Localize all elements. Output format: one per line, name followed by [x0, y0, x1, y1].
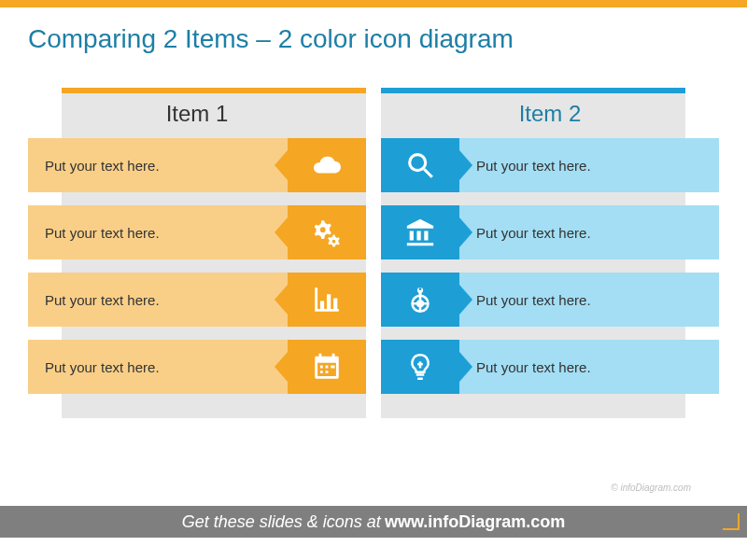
column-header: Item 1: [28, 88, 366, 138]
slide-title: Comparing 2 Items – 2 color icon diagram: [0, 7, 747, 54]
target-pin-icon: [381, 273, 459, 327]
row-list: Put your text here. Put your text here. …: [28, 138, 366, 394]
magnifier-icon: [381, 138, 459, 192]
list-item: Put your text here.: [381, 340, 719, 394]
row-text: Put your text here.: [28, 273, 288, 327]
column-header: Item 2: [381, 88, 719, 138]
list-item: Put your text here.: [28, 273, 366, 327]
svg-point-7: [419, 287, 422, 290]
gears-icon: [288, 205, 366, 259]
list-item: Put your text here.: [381, 205, 719, 259]
row-text: Put your text here.: [28, 205, 288, 259]
corner-bracket-icon: [723, 513, 740, 530]
row-text: Put your text here.: [28, 138, 288, 192]
lightbulb-icon: [381, 340, 459, 394]
calendar-icon: [288, 340, 366, 394]
svg-point-0: [410, 155, 426, 171]
watermark-text: © infoDiagram.com: [611, 483, 691, 493]
row-text: Put your text here.: [459, 138, 719, 192]
row-text: Put your text here.: [28, 340, 288, 394]
list-item: Put your text here.: [381, 273, 719, 327]
top-accent-bar: [0, 0, 747, 7]
column-item-2: Item 2 Put your text here. Put your text…: [381, 88, 719, 394]
row-text: Put your text here.: [459, 205, 719, 259]
column-item-1: Item 1 Put your text here. Put your text…: [28, 88, 366, 394]
list-item: Put your text here.: [28, 340, 366, 394]
footer-text: Get these slides & icons at: [182, 512, 381, 532]
svg-line-1: [424, 169, 432, 177]
comparison-content: Item 1 Put your text here. Put your text…: [0, 54, 747, 394]
row-text: Put your text here.: [459, 273, 719, 327]
footer-bar: Get these slides & icons at www.infoDiag…: [0, 506, 747, 538]
list-item: Put your text here.: [28, 138, 366, 192]
row-list: Put your text here. Put your text here. …: [381, 138, 719, 394]
bar-chart-icon: [288, 273, 366, 327]
row-text: Put your text here.: [459, 340, 719, 394]
cloud-icon: [288, 138, 366, 192]
footer-domain: www.infoDiagram.com: [385, 512, 565, 532]
list-item: Put your text here.: [381, 138, 719, 192]
bank-icon: [381, 205, 459, 259]
list-item: Put your text here.: [28, 205, 366, 259]
